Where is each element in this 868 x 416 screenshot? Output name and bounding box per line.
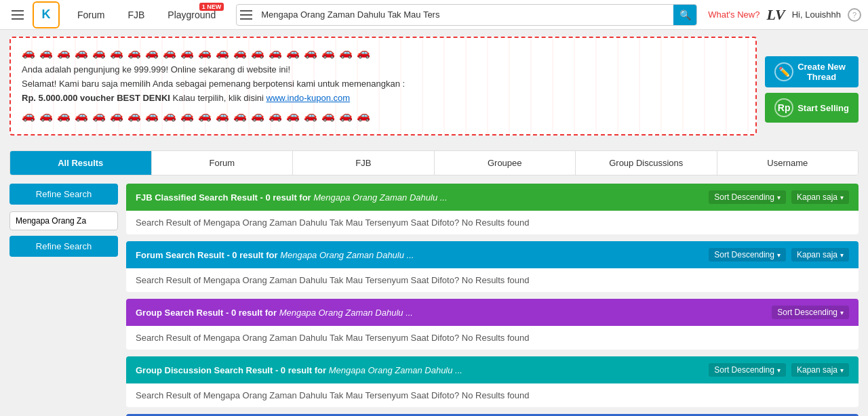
chevron-down-icon: ▾ <box>777 367 781 374</box>
group-result-header: Group Search Result - 0 result for Menga… <box>126 299 859 326</box>
car-icon: 🚗 <box>75 46 88 59</box>
menu-line-3 <box>12 18 24 20</box>
create-thread-button[interactable]: ✏️ Create New Thread <box>765 56 859 87</box>
help-button[interactable]: ? <box>848 8 861 22</box>
menu-line-2 <box>12 14 24 16</box>
top-navigation: K Forum FJB Playground 1 NEW 🔍 What's Ne… <box>0 0 868 30</box>
tab-groupee[interactable]: Groupee <box>435 151 576 175</box>
car-icon: 🚗 <box>357 46 370 59</box>
nav-fjb[interactable]: FJB <box>118 0 154 30</box>
car-icon: 🚗 <box>198 46 212 59</box>
tab-username[interactable]: Username <box>717 151 859 175</box>
car-icon: 🚗 <box>22 46 35 59</box>
tab-all-results[interactable]: All Results <box>10 151 152 175</box>
car-icon: 🚗 <box>92 46 106 59</box>
car-icon: 🚗 <box>339 46 353 59</box>
search-icon: 🔍 <box>679 9 691 20</box>
nav-forum[interactable]: Forum <box>68 0 114 30</box>
forum-result-section: Forum Search Result - 0 result for Menga… <box>126 241 859 292</box>
group-result-controls: Sort Descending ▾ <box>772 306 849 319</box>
group-discussion-time-dropdown[interactable]: Kapan saja ▾ <box>791 363 849 377</box>
nav-playground[interactable]: Playground 1 NEW <box>158 0 225 30</box>
refine-search-top-button[interactable]: Refine Search <box>9 184 118 205</box>
pencil-icon: ✏️ <box>774 62 793 81</box>
forum-sort-dropdown[interactable]: Sort Descending ▾ <box>709 248 786 262</box>
chevron-down-icon: ▾ <box>840 194 844 201</box>
car-icon: 🚗 <box>180 46 194 59</box>
sidebar-search-input[interactable] <box>9 211 118 230</box>
chevron-down-icon: ▾ <box>777 251 781 259</box>
group-result-title: Group Search Result - 0 result for Menga… <box>136 308 413 318</box>
group-discussion-result-controls: Sort Descending ▾ Kapan saja ▾ <box>709 363 849 377</box>
content-wrap: Refine Search Refine Search FJB Classifi… <box>9 184 859 416</box>
car-icon: 🚗 <box>39 46 53 59</box>
car-icon: 🚗 <box>216 46 229 59</box>
create-label: Create New Thread <box>797 62 846 82</box>
search-menu-button[interactable] <box>237 5 256 24</box>
fjb-sort-dropdown[interactable]: Sort Descending ▾ <box>709 190 786 204</box>
fjb-result-controls: Sort Descending ▾ Kapan saja ▾ <box>709 190 849 204</box>
chevron-down-icon: ▾ <box>777 194 781 201</box>
car-icon: 🚗 <box>321 46 335 59</box>
refine-search-button[interactable]: Refine Search <box>9 236 118 257</box>
chevron-down-icon: ▾ <box>840 251 844 259</box>
tab-forum[interactable]: Forum <box>152 151 294 175</box>
car-icon: 🚗 <box>145 46 159 59</box>
start-selling-button[interactable]: Rp Start Selling <box>765 93 859 123</box>
group-discussion-result-header: Group Discussion Search Result - 0 resul… <box>126 356 859 383</box>
group-sort-dropdown[interactable]: Sort Descending ▾ <box>772 306 849 319</box>
promotion-banner: 🚗 🚗 🚗 🚗 🚗 🚗 🚗 🚗 🚗 🚗 🚗 🚗 🚗 🚗 🚗 🚗 🚗 🚗 🚗 <box>9 37 757 136</box>
sell-label: Start Selling <box>797 103 849 113</box>
forum-time-dropdown[interactable]: Kapan saja ▾ <box>791 248 849 262</box>
whats-new-link[interactable]: What's New? <box>708 9 760 20</box>
lv-logo: LV <box>766 6 785 24</box>
banner-text: Anda adalah pengunjung ke 999.999! Onlin… <box>22 63 745 105</box>
banner-car-row-bottom: 🚗 🚗 🚗 🚗 🚗 🚗 🚗 🚗 🚗 🚗 🚗 🚗 🚗 🚗 🚗 🚗 🚗 🚗 🚗 <box>22 109 745 122</box>
site-logo[interactable]: K <box>33 1 60 28</box>
car-icon: 🚗 <box>304 46 317 59</box>
group-discussion-result-body: Search Result of Mengapa Orang Zaman Dah… <box>126 383 859 407</box>
forum-result-body: Search Result of Mengapa Orang Zaman Dah… <box>126 268 859 292</box>
car-icon: 🚗 <box>163 46 176 59</box>
rp-icon: Rp <box>774 98 793 117</box>
forum-result-controls: Sort Descending ▾ Kapan saja ▾ <box>709 248 849 262</box>
group-discussion-sort-dropdown[interactable]: Sort Descending ▾ <box>709 363 786 377</box>
car-icon: 🚗 <box>57 46 71 59</box>
search-button[interactable]: 🔍 <box>673 4 696 26</box>
forum-result-title: Forum Search Result - 0 result for Menga… <box>136 250 414 260</box>
car-icon: 🚗 <box>251 46 264 59</box>
fjb-result-body: Search Result of Mengapa Orang Zaman Dah… <box>126 211 859 234</box>
main-content: 🚗 🚗 🚗 🚗 🚗 🚗 🚗 🚗 🚗 🚗 🚗 🚗 🚗 🚗 🚗 🚗 🚗 🚗 🚗 <box>0 30 868 416</box>
fjb-result-section: FJB Classified Search Result - 0 result … <box>126 184 859 234</box>
fjb-result-title: FJB Classified Search Result - 0 result … <box>136 192 448 203</box>
menu-line-1 <box>12 10 24 12</box>
playground-badge: 1 NEW <box>199 3 224 11</box>
group-result-section: Group Search Result - 0 result for Menga… <box>126 299 859 350</box>
group-discussion-result-section: Group Discussion Search Result - 0 resul… <box>126 356 859 407</box>
banner-link[interactable]: www.indo-kupon.com <box>267 93 351 103</box>
fjb-time-dropdown[interactable]: Kapan saja ▾ <box>791 190 849 204</box>
car-icon: 🚗 <box>286 46 300 59</box>
forum-result-header: Forum Search Result - 0 result for Menga… <box>126 241 859 268</box>
chevron-down-icon: ▾ <box>840 367 844 374</box>
nav-right-section: What's New? LV Hi, Louishhh ? <box>708 6 861 24</box>
tab-group-discussions[interactable]: Group Discussions <box>576 151 717 175</box>
car-icon: 🚗 <box>269 46 282 59</box>
car-icon: 🚗 <box>127 46 141 59</box>
banner-prize: Rp. 5.000.000 voucher BEST DENKI <box>22 93 170 103</box>
banner-mid: Kalau terpilih, klik disini <box>173 93 267 103</box>
banner-line1: Anda adalah pengunjung ke 999.999! Onlin… <box>22 64 290 75</box>
car-icon: 🚗 <box>233 46 247 59</box>
car-icon: 🚗 <box>110 46 123 59</box>
tab-fjb[interactable]: FJB <box>293 151 435 175</box>
banner-line2: Selamat! Kami baru saja memilih Anda seb… <box>22 79 405 89</box>
group-result-body: Search Result of Mengapa Orang Zaman Dah… <box>126 326 859 350</box>
sidebar: Refine Search Refine Search <box>9 184 118 416</box>
menu-button[interactable] <box>7 4 28 26</box>
search-tabs: All Results Forum FJB Groupee Group Disc… <box>9 150 859 175</box>
fjb-result-header: FJB Classified Search Result - 0 result … <box>126 184 859 211</box>
search-input[interactable] <box>256 9 673 20</box>
action-buttons: ✏️ Create New Thread Rp Start Selling <box>765 37 859 142</box>
username-display: Hi, Louishhh <box>792 9 841 20</box>
search-bar: 🔍 <box>236 4 697 26</box>
